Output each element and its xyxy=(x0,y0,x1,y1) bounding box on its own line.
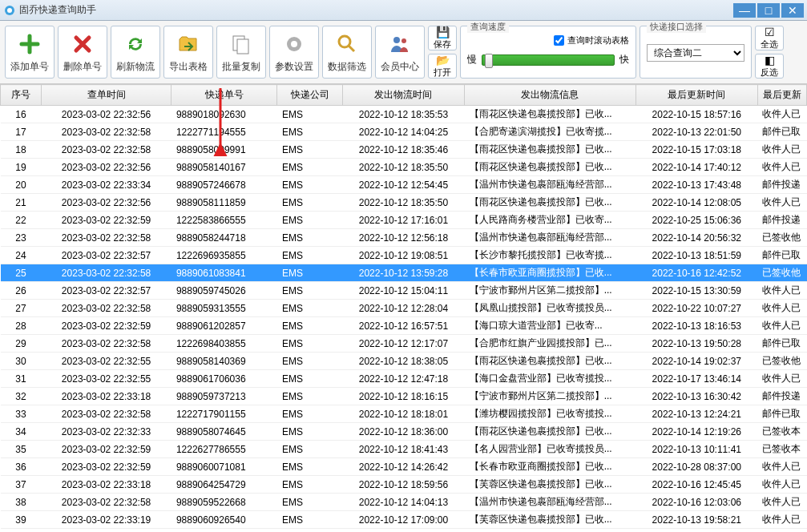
cell-seq: 28 xyxy=(1,317,42,335)
cell-query-time: 2023-03-02 22:32:59 xyxy=(41,212,171,229)
svg-point-7 xyxy=(393,37,400,43)
table-row[interactable]: 302023-03-02 22:32:559889058140369EMS202… xyxy=(1,353,807,370)
interface-panel: 快递接口选择 综合查询二 xyxy=(640,26,752,79)
table-row[interactable]: 322023-03-02 22:33:189889059737213EMS202… xyxy=(1,388,807,405)
table-row[interactable]: 292023-03-02 22:32:581222698403855EMS202… xyxy=(1,335,807,353)
col-ship-time[interactable]: 发出物流时间 xyxy=(342,85,464,106)
cell-ship-info: 【雨花区快递包裹揽投部】已收... xyxy=(465,106,636,123)
cell-ship-time: 2022-10-12 12:28:04 xyxy=(342,300,464,317)
table-row[interactable]: 212023-03-02 22:32:569889058111859EMS202… xyxy=(1,194,807,212)
table-row[interactable]: 342023-03-02 22:32:339889058074645EMS202… xyxy=(1,423,807,441)
cell-update-info: 收件人已 xyxy=(757,159,806,176)
table-row[interactable]: 242023-03-02 22:32:571222696935855EMS202… xyxy=(1,247,807,264)
invert-select-button[interactable]: ◧反选 xyxy=(755,54,784,79)
cell-company: EMS xyxy=(277,335,342,353)
table-row[interactable]: 312023-03-02 22:32:559889061706036EMS202… xyxy=(1,370,807,388)
cell-update-info: 收件人已 xyxy=(757,300,806,317)
table-row[interactable]: 202023-03-02 22:33:349889057246678EMS202… xyxy=(1,176,807,194)
cell-seq: 31 xyxy=(1,370,42,388)
cell-track-no: 9889018092630 xyxy=(171,106,277,123)
save-button[interactable]: 💾保存 xyxy=(428,26,457,50)
cell-company: EMS xyxy=(277,317,342,335)
slider-thumb[interactable] xyxy=(485,54,493,68)
col-update-time[interactable]: 最后更新时间 xyxy=(636,85,757,106)
minimize-button[interactable]: — xyxy=(733,3,756,18)
cell-company: EMS xyxy=(277,106,342,123)
col-query-time[interactable]: 查单时间 xyxy=(41,85,171,106)
cell-seq: 29 xyxy=(1,335,42,353)
cell-update-time: 2022-10-13 19:50:28 xyxy=(636,335,757,353)
close-button[interactable]: ✕ xyxy=(781,3,804,18)
col-ship-info[interactable]: 发出物流信息 xyxy=(465,85,636,106)
table-row[interactable]: 352023-03-02 22:32:591222627786555EMS202… xyxy=(1,441,807,458)
table-row[interactable]: 372023-03-02 22:33:189889064254729EMS202… xyxy=(1,476,807,494)
cell-seq: 36 xyxy=(1,458,42,476)
maximize-button[interactable]: □ xyxy=(757,3,780,18)
cell-update-info: 已签收本 xyxy=(757,423,806,441)
filter-button[interactable]: 数据筛选 xyxy=(322,26,372,79)
table-row[interactable]: 282023-03-02 22:32:599889061202857EMS202… xyxy=(1,317,807,335)
cell-track-no: 1222583866555 xyxy=(171,212,277,229)
cell-ship-time: 2022-10-12 19:08:51 xyxy=(342,247,464,264)
table-row[interactable]: 362023-03-02 22:32:599889060071081EMS202… xyxy=(1,458,807,476)
cell-query-time: 2023-03-02 22:32:58 xyxy=(41,335,171,353)
table-row[interactable]: 232023-03-02 22:32:589889058244718EMS202… xyxy=(1,229,807,247)
table-row[interactable]: 222023-03-02 22:32:591222583866555EMS202… xyxy=(1,212,807,229)
cell-update-info: 已签收他 xyxy=(757,264,806,282)
cell-update-info: 收件人已 xyxy=(757,511,806,529)
cell-update-time: 2022-10-15 18:57:16 xyxy=(636,106,757,123)
table-row[interactable]: 332023-03-02 22:32:581222717901155EMS202… xyxy=(1,405,807,423)
copy-button[interactable]: 批量复制 xyxy=(216,26,266,79)
cell-company: EMS xyxy=(277,353,342,370)
col-seq[interactable]: 序号 xyxy=(1,85,42,106)
cell-update-time: 2022-10-13 18:51:59 xyxy=(636,247,757,264)
table-row[interactable]: 262023-03-02 22:32:579889059745026EMS202… xyxy=(1,282,807,300)
cell-update-info: 邮件已取 xyxy=(757,405,806,423)
cell-query-time: 2023-03-02 22:32:59 xyxy=(41,458,171,476)
member-button[interactable]: 会员中心 xyxy=(375,26,425,79)
cell-seq: 18 xyxy=(1,141,42,159)
cell-ship-time: 2022-10-12 18:35:50 xyxy=(342,159,464,176)
refresh-button[interactable]: 刷新物流 xyxy=(111,26,160,79)
cell-update-info: 收件人已 xyxy=(757,458,806,476)
cell-seq: 32 xyxy=(1,388,42,405)
table-row[interactable]: 182023-03-02 22:32:589889058009991EMS202… xyxy=(1,141,807,159)
scroll-on-query-checkbox[interactable] xyxy=(554,35,564,46)
cell-ship-info: 【雨花区快递包裹揽投部】已收... xyxy=(465,353,636,370)
cell-company: EMS xyxy=(277,159,342,176)
open-button[interactable]: 📂打开 xyxy=(428,54,457,79)
delete-trackno-button[interactable]: 删除单号 xyxy=(58,26,107,79)
svg-point-5 xyxy=(291,41,297,47)
select-all-button[interactable]: ☑全选 xyxy=(755,26,784,50)
table-row[interactable]: 392023-03-02 22:33:199889060926540EMS202… xyxy=(1,511,807,529)
cell-update-time: 2022-10-13 12:24:21 xyxy=(636,405,757,423)
cell-update-time: 2022-10-14 17:40:12 xyxy=(636,159,757,176)
export-button[interactable]: 导出表格 xyxy=(163,26,213,79)
table-row[interactable]: 382023-03-02 22:32:589889059522668EMS202… xyxy=(1,494,807,511)
cell-track-no: 9889059737213 xyxy=(171,388,277,405)
col-update-info[interactable]: 最后更新 xyxy=(757,85,806,106)
cell-ship-time: 2022-10-12 18:36:00 xyxy=(342,423,464,441)
table-row[interactable]: 162023-03-02 22:32:569889018092630EMS202… xyxy=(1,106,807,123)
col-track-no[interactable]: 快递单号 xyxy=(171,85,277,106)
speed-slider[interactable] xyxy=(482,54,615,66)
refresh-icon xyxy=(123,31,148,57)
cell-track-no: 9889058111859 xyxy=(171,194,277,212)
table-row[interactable]: 252023-03-02 22:32:589889061083841EMS202… xyxy=(1,264,807,282)
cell-seq: 34 xyxy=(1,423,42,441)
table-row[interactable]: 192023-03-02 22:32:569889058140167EMS202… xyxy=(1,159,807,176)
cell-company: EMS xyxy=(277,388,342,405)
table-row[interactable]: 272023-03-02 22:32:589889059313555EMS202… xyxy=(1,300,807,317)
settings-button[interactable]: 参数设置 xyxy=(269,26,319,79)
cell-update-time: 2022-10-13 10:11:41 xyxy=(636,441,757,458)
cell-ship-info: 【芙蓉区快递包裹揽投部】已收... xyxy=(465,476,636,494)
cell-track-no: 9889064254729 xyxy=(171,476,277,494)
table-row[interactable]: 402023-03-02 22:32:589889058221573EMS202… xyxy=(1,529,807,532)
table-row[interactable]: 172023-03-02 22:32:581222771194555EMS202… xyxy=(1,123,807,141)
cell-ship-info: 【芙蓉区快递包裹揽投部】已收... xyxy=(465,511,636,529)
col-company[interactable]: 快递公司 xyxy=(277,85,342,106)
interface-select[interactable]: 综合查询二 xyxy=(647,44,744,62)
add-trackno-button[interactable]: 添加单号 xyxy=(5,26,54,79)
cell-update-info: 收件人已 xyxy=(757,370,806,388)
cell-company: EMS xyxy=(277,123,342,141)
